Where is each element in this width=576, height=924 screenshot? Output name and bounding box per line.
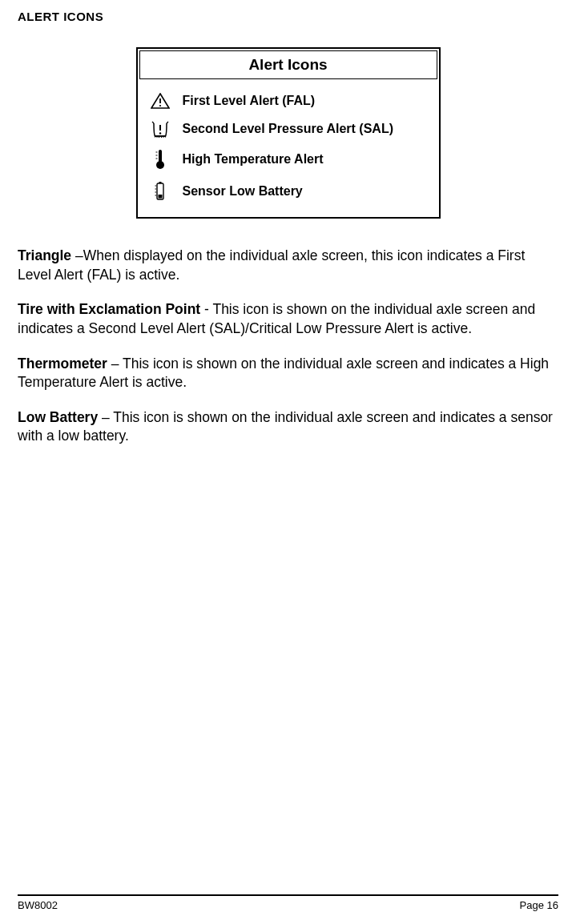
description: –When displayed on the individual axle s… <box>18 247 525 283</box>
table-row-label: Sensor Low Battery <box>183 184 303 199</box>
term: Thermometer <box>18 356 107 372</box>
paragraph-tire: Tire with Exclamation Point - This icon … <box>18 300 558 338</box>
svg-point-6 <box>156 161 164 169</box>
table-row-label: High Temperature Alert <box>183 152 324 167</box>
section-title: ALERT ICONS <box>18 10 558 23</box>
term: Low Battery <box>18 409 98 425</box>
triangle-alert-icon <box>149 93 171 109</box>
footer-left: BW8002 <box>18 899 58 911</box>
svg-rect-5 <box>159 150 162 163</box>
table-row-label: Second Level Pressure Alert (SAL) <box>183 122 394 136</box>
footer-right: Page 16 <box>520 899 558 911</box>
term: Triangle <box>18 247 71 263</box>
paragraph-triangle: Triangle –When displayed on the individu… <box>18 247 558 284</box>
tire-exclamation-icon <box>149 120 171 138</box>
paragraph-thermometer: Thermometer – This icon is shown on the … <box>18 355 558 392</box>
svg-point-1 <box>159 105 160 106</box>
svg-point-4 <box>159 132 160 134</box>
table-header: Alert Icons <box>139 50 437 79</box>
svg-rect-12 <box>158 195 162 199</box>
description: – This icon is shown on the individual a… <box>18 409 553 444</box>
table-row: First Level Alert (FAL) <box>149 87 431 114</box>
table-row: Second Level Pressure Alert (SAL) <box>149 114 431 143</box>
term: Tire with Exclamation Point <box>18 301 200 317</box>
footer-divider <box>18 894 558 896</box>
paragraph-low-battery: Low Battery – This icon is shown on the … <box>18 408 558 446</box>
low-battery-icon <box>149 181 171 202</box>
table-row: High Temperature Alert <box>149 143 431 175</box>
table-row-label: First Level Alert (FAL) <box>183 94 316 108</box>
thermometer-icon <box>149 149 171 170</box>
alert-icons-table: Alert Icons First Level Alert (FAL) <box>136 47 441 219</box>
page-footer: BW8002 Page 16 <box>18 894 558 911</box>
table-row: Sensor Low Battery <box>149 175 431 207</box>
